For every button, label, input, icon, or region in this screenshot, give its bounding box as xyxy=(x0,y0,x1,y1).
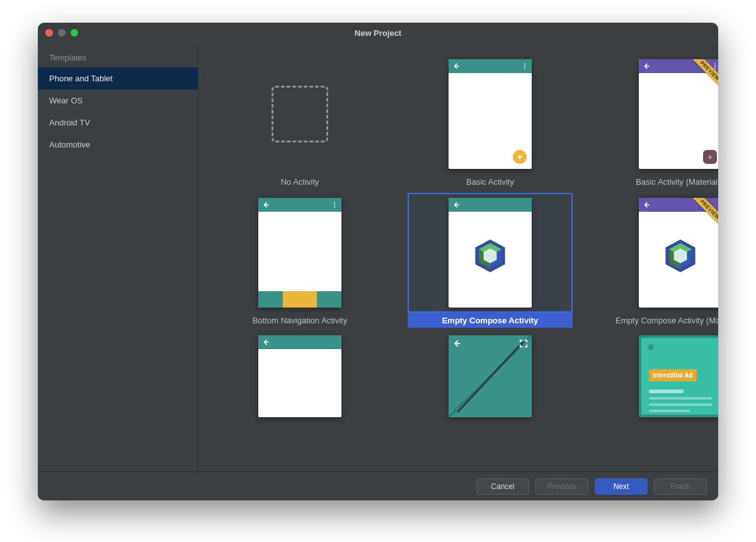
template-thumb: PREVIEW + xyxy=(598,54,718,174)
template-empty-activity[interactable] xyxy=(217,332,382,420)
sidebar-item-wear-os[interactable]: Wear OS xyxy=(38,89,198,112)
svg-point-6 xyxy=(334,202,335,204)
sidebar-item-label: Wear OS xyxy=(49,96,83,105)
preview-toolbar xyxy=(258,198,341,212)
template-thumb xyxy=(217,54,382,174)
template-thumb xyxy=(408,193,573,313)
svg-point-1 xyxy=(524,66,525,67)
template-empty-compose-m3[interactable]: PREVIEW Empty Compose Activity (Material… xyxy=(598,193,718,328)
template-fullscreen[interactable] xyxy=(408,332,573,420)
template-label: Empty Compose Activity (Material3) xyxy=(598,313,718,328)
phone-preview xyxy=(449,198,532,308)
fullscreen-icon xyxy=(519,339,528,350)
phone-preview: + xyxy=(449,59,532,169)
zoom-window-button[interactable] xyxy=(71,29,78,37)
phone-preview xyxy=(449,335,532,417)
template-thumb xyxy=(217,332,382,420)
status-dot-icon xyxy=(648,344,654,350)
template-basic-activity-m3[interactable]: PREVIEW + Basic Activity (Material3) xyxy=(598,54,718,189)
templates-sidebar: Templates Phone and Tablet Wear OS Andro… xyxy=(38,43,198,471)
placeholder-lines-icon xyxy=(649,389,712,416)
dialog-body: Templates Phone and Tablet Wear OS Andro… xyxy=(38,43,718,471)
phone-preview: PREVIEW + xyxy=(639,59,718,169)
template-label: Basic Activity xyxy=(408,174,573,189)
preview-toolbar xyxy=(449,198,532,212)
template-label: No Activity xyxy=(217,174,382,189)
sidebar-item-automotive[interactable]: Automotive xyxy=(38,134,198,156)
template-no-activity[interactable]: No Activity xyxy=(217,54,382,189)
back-arrow-icon xyxy=(643,201,650,209)
bottom-nav-icon xyxy=(258,291,341,308)
svg-point-8 xyxy=(334,207,335,208)
svg-point-0 xyxy=(524,64,525,65)
sidebar-item-label: Phone and Tablet xyxy=(49,74,113,83)
empty-dashed-icon xyxy=(272,86,328,142)
compose-logo-icon xyxy=(475,239,505,275)
sidebar-header: Templates xyxy=(38,47,198,67)
preview-toolbar xyxy=(449,59,532,73)
sidebar-item-label: Automotive xyxy=(49,140,90,149)
svg-point-2 xyxy=(524,68,525,69)
button-label: Cancel xyxy=(491,482,514,491)
titlebar: New Project xyxy=(38,23,718,43)
fab-add-icon: + xyxy=(513,150,527,164)
new-project-window: New Project Templates Phone and Tablet W… xyxy=(38,23,718,500)
template-thumb xyxy=(217,193,382,313)
svg-point-4 xyxy=(714,66,716,67)
back-arrow-icon xyxy=(262,338,270,346)
next-button[interactable]: Next xyxy=(595,478,648,495)
diagonal-line-icon xyxy=(457,342,524,413)
template-label: Basic Activity (Material3) xyxy=(598,174,718,189)
more-vert-icon xyxy=(331,201,338,209)
button-label: Previous xyxy=(547,482,577,491)
back-arrow-icon xyxy=(262,201,270,209)
svg-point-3 xyxy=(714,64,716,65)
dialog-footer: Cancel Previous Next Finish xyxy=(38,471,718,500)
template-basic-activity[interactable]: + Basic Activity xyxy=(408,54,573,189)
phone-preview xyxy=(258,335,341,417)
template-bottom-nav[interactable]: Bottom Navigation Activity xyxy=(217,193,382,328)
fab-add-icon: + xyxy=(703,150,717,164)
previous-button[interactable]: Previous xyxy=(536,478,588,495)
back-arrow-icon xyxy=(452,201,460,209)
template-label: Empty Compose Activity xyxy=(408,313,573,328)
templates-grid: No Activity + Basic Activity xyxy=(198,43,718,420)
back-arrow-icon xyxy=(452,62,460,70)
phone-preview: Interstitial Ad xyxy=(639,335,718,417)
sidebar-item-phone-tablet[interactable]: Phone and Tablet xyxy=(38,67,198,89)
more-vert-icon xyxy=(522,62,528,70)
sidebar-item-label: Android TV xyxy=(49,118,90,127)
templates-grid-area: No Activity + Basic Activity xyxy=(198,43,718,471)
template-thumb: + xyxy=(408,54,573,174)
window-title: New Project xyxy=(38,28,718,38)
phone-preview xyxy=(258,198,341,308)
preview-toolbar xyxy=(258,335,341,349)
close-window-button[interactable] xyxy=(45,29,53,37)
back-arrow-icon xyxy=(452,339,461,350)
template-thumb: Interstitial Ad xyxy=(598,332,718,420)
template-thumb xyxy=(408,332,573,420)
template-label: Bottom Navigation Activity xyxy=(217,313,382,328)
button-label: Finish xyxy=(670,482,690,491)
finish-button[interactable]: Finish xyxy=(654,478,707,495)
minimize-window-button[interactable] xyxy=(58,29,66,37)
button-label: Next xyxy=(614,482,629,491)
interstitial-ad-badge: Interstitial Ad xyxy=(649,369,697,381)
cancel-button[interactable]: Cancel xyxy=(476,478,529,495)
template-interstitial-ad[interactable]: Interstitial Ad xyxy=(598,332,718,420)
template-thumb: PREVIEW xyxy=(598,193,718,313)
traffic-lights xyxy=(45,29,78,37)
phone-preview: PREVIEW xyxy=(639,198,718,308)
sidebar-item-android-tv[interactable]: Android TV xyxy=(38,112,198,134)
svg-point-5 xyxy=(714,68,716,69)
compose-logo-icon xyxy=(665,239,696,275)
template-empty-compose[interactable]: Empty Compose Activity xyxy=(408,193,573,328)
back-arrow-icon xyxy=(643,62,650,70)
svg-point-7 xyxy=(334,204,335,205)
